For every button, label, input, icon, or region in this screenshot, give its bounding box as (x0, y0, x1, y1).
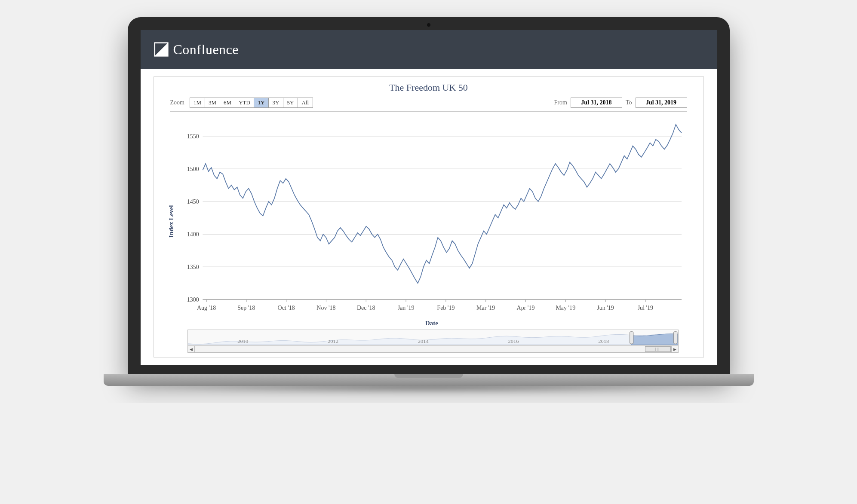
main-chart-area: Index Level 130013501400145015001550Aug … (162, 112, 696, 327)
y-axis-label: Index Level (166, 116, 177, 327)
svg-text:2012: 2012 (328, 339, 338, 344)
zoom-btn-3y[interactable]: 3Y (269, 98, 283, 107)
content-area: The Freedom UK 50 Zoom 1M3M6MYTD1Y3Y5YAl… (141, 69, 717, 365)
zoom-group: Zoom 1M3M6MYTD1Y3Y5YAll (170, 98, 313, 108)
chart-controls: Zoom 1M3M6MYTD1Y3Y5YAll From Jul 31, 201… (162, 98, 696, 108)
from-label: From (554, 99, 567, 106)
screen-bezel: Confluence The Freedom UK 50 Zoom 1M3M6M… (128, 17, 730, 374)
svg-text:2018: 2018 (598, 339, 609, 344)
zoom-btn-all[interactable]: All (298, 98, 313, 107)
svg-text:1500: 1500 (187, 165, 199, 172)
svg-text:Jul '19: Jul '19 (637, 304, 653, 311)
zoom-label: Zoom (170, 99, 184, 106)
laptop-mockup: Confluence The Freedom UK 50 Zoom 1M3M6M… (128, 17, 730, 386)
brand-logo: Confluence (154, 42, 239, 58)
svg-text:Jan '19: Jan '19 (397, 304, 414, 311)
svg-text:2014: 2014 (418, 339, 428, 344)
svg-text:Sep '18: Sep '18 (237, 304, 255, 311)
svg-text:Jun '19: Jun '19 (597, 304, 614, 311)
svg-text:Nov '18: Nov '18 (316, 304, 335, 311)
chart-card: The Freedom UK 50 Zoom 1M3M6MYTD1Y3Y5YAl… (154, 76, 704, 357)
svg-text:Apr '19: Apr '19 (516, 304, 534, 311)
camera-dot (427, 23, 430, 27)
app-screen: Confluence The Freedom UK 50 Zoom 1M3M6M… (141, 30, 717, 365)
to-date-input[interactable]: Jul 31, 2019 (636, 98, 687, 108)
svg-text:2016: 2016 (508, 339, 519, 344)
confluence-logo-icon (154, 42, 169, 57)
nav-arrow-right-icon[interactable]: ▶ (671, 346, 678, 352)
svg-text:1400: 1400 (187, 230, 199, 238)
svg-text:2010: 2010 (237, 339, 248, 344)
svg-rect-43 (630, 332, 633, 344)
line-chart[interactable]: 130013501400145015001550Aug '18Sep '18Oc… (177, 116, 687, 319)
svg-text:1300: 1300 (187, 296, 199, 303)
zoom-btn-5y[interactable]: 5Y (283, 98, 298, 107)
svg-rect-44 (673, 332, 677, 344)
svg-text:1550: 1550 (187, 132, 199, 140)
x-axis-label: Date (177, 320, 687, 327)
nav-arrow-left-icon[interactable]: ◀ (188, 346, 195, 352)
plot-column: 130013501400145015001550Aug '18Sep '18Oc… (177, 116, 687, 327)
zoom-btn-1y[interactable]: 1Y (254, 98, 269, 107)
svg-text:May '19: May '19 (556, 304, 575, 311)
svg-text:Oct '18: Oct '18 (277, 304, 295, 311)
zoom-btn-ytd[interactable]: YTD (235, 98, 254, 107)
from-date-input[interactable]: Jul 31, 2018 (571, 98, 622, 108)
navigator-scrollbar[interactable]: ◀ ||| ▶ (187, 346, 679, 353)
svg-text:Mar '19: Mar '19 (476, 304, 495, 311)
chart-title: The Freedom UK 50 (162, 82, 696, 93)
svg-text:Aug '18: Aug '18 (197, 304, 215, 311)
navigator-chart[interactable]: 20102012201420162018 (187, 330, 679, 346)
app-header: Confluence (141, 30, 717, 69)
brand-name: Confluence (173, 42, 239, 58)
svg-text:1350: 1350 (187, 263, 199, 270)
zoom-btn-6m[interactable]: 6M (220, 98, 235, 107)
zoom-button-group: 1M3M6MYTD1Y3Y5YAll (190, 98, 313, 108)
date-range-group: From Jul 31, 2018 To Jul 31, 2019 (554, 98, 687, 108)
zoom-btn-3m[interactable]: 3M (205, 98, 220, 107)
to-label: To (626, 99, 632, 106)
laptop-base (104, 374, 754, 386)
laptop-notch (394, 374, 463, 378)
svg-text:Feb '19: Feb '19 (437, 304, 455, 311)
zoom-btn-1m[interactable]: 1M (190, 98, 205, 107)
navigator-thumb[interactable]: ||| (645, 346, 671, 352)
chart-navigator[interactable]: 20102012201420162018 ◀ ||| ▶ (187, 330, 679, 353)
svg-text:Dec '18: Dec '18 (356, 304, 375, 311)
svg-text:1450: 1450 (187, 198, 199, 205)
